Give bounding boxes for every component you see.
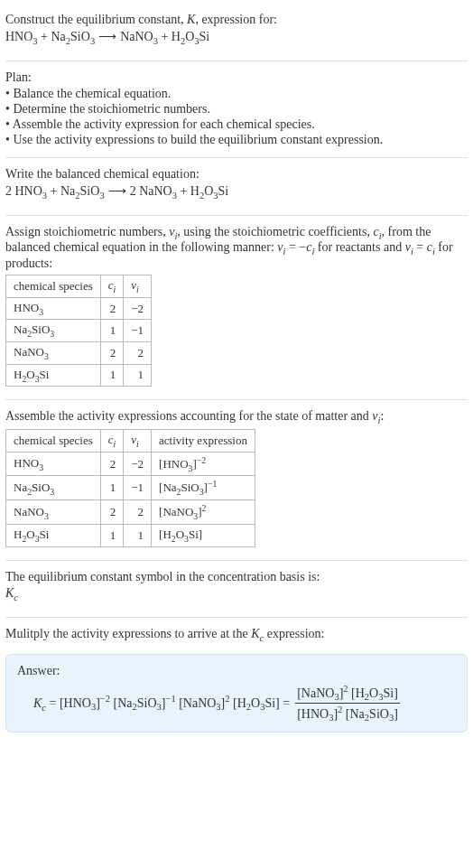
expr-cell: [Na2SiO3]−1 bbox=[152, 476, 255, 500]
vi-cell: 2 bbox=[124, 500, 152, 525]
col-vi: νi bbox=[124, 429, 152, 452]
activity-section: Assemble the activity expressions accoun… bbox=[5, 404, 468, 556]
vi-cell: 1 bbox=[124, 525, 152, 547]
divider bbox=[5, 215, 468, 216]
species-cell: NaNO3 bbox=[6, 341, 101, 364]
vi-cell: 1 bbox=[124, 364, 152, 387]
vi-cell: 2 bbox=[124, 341, 152, 364]
species-cell: Na2SiO3 bbox=[6, 476, 101, 500]
plan-heading: Plan: bbox=[5, 70, 468, 85]
table-header-row: chemical species ci νi bbox=[6, 275, 152, 298]
kc-symbol: Kc bbox=[5, 586, 468, 602]
plan-item: Assemble the activity expression for eac… bbox=[5, 117, 468, 132]
species-cell: HNO3 bbox=[6, 452, 101, 476]
stoich-intro: Assign stoichiometric numbers, νi, using… bbox=[5, 225, 468, 272]
vi-cell: −2 bbox=[124, 297, 152, 320]
plan-item: Determine the stoichiometric numbers. bbox=[5, 102, 468, 117]
table-row: H2O3Si 1 1 [H2O3Si] bbox=[6, 525, 255, 547]
kc-expression: Kc = [HNO3]−2 [Na2SiO3]−1 [NaNO3]2 [H2O3… bbox=[17, 684, 456, 723]
expr-cell: [HNO3]−2 bbox=[152, 452, 255, 476]
ci-cell: 1 bbox=[100, 476, 124, 500]
answer-box: Answer: Kc = [HNO3]−2 [Na2SiO3]−1 [NaNO3… bbox=[5, 654, 468, 733]
ci-cell: 2 bbox=[100, 452, 124, 476]
plan-item: Balance the chemical equation. bbox=[5, 87, 468, 101]
ci-cell: 1 bbox=[100, 525, 124, 547]
divider bbox=[5, 61, 468, 61]
table-row: Na2SiO3 1 −1 [Na2SiO3]−1 bbox=[6, 476, 255, 500]
kc-fraction: [NaNO3]2 [H2O3Si] [HNO3]2 [Na2SiO3] bbox=[295, 684, 400, 723]
kc-lhs: Kc = [HNO3]−2 [Na2SiO3]−1 [NaNO3]2 [H2O3… bbox=[33, 694, 290, 712]
table-row: HNO3 2 −2 [HNO3]−2 bbox=[6, 452, 255, 476]
plan-item: Use the activity expressions to build th… bbox=[5, 133, 468, 147]
answer-label: Answer: bbox=[17, 664, 456, 678]
table-row: H2O3Si 1 1 bbox=[6, 364, 152, 387]
divider bbox=[5, 399, 468, 400]
balanced-equation: 2 HNO3 + Na2SiO3⟶2 NaNO3 + H2O3Si bbox=[5, 183, 468, 201]
col-species: chemical species bbox=[6, 429, 101, 452]
species-cell: H2O3Si bbox=[6, 525, 101, 547]
multiply-section: Mulitply the activity expressions to arr… bbox=[5, 621, 468, 649]
expr-cell: [H2O3Si] bbox=[152, 525, 255, 547]
divider bbox=[5, 617, 468, 618]
divider bbox=[5, 157, 468, 158]
table-row: Na2SiO3 1 −1 bbox=[6, 320, 152, 342]
species-cell: H2O3Si bbox=[6, 364, 101, 387]
kc-symbol-text: The equilibrium constant symbol in the c… bbox=[5, 570, 468, 584]
vi-cell: −2 bbox=[124, 452, 152, 476]
expr-cell: [NaNO3]2 bbox=[152, 500, 255, 525]
species-cell: Na2SiO3 bbox=[6, 320, 101, 342]
vi-cell: −1 bbox=[124, 476, 152, 500]
table-header-row: chemical species ci νi activity expressi… bbox=[6, 429, 255, 452]
fraction-bar bbox=[295, 703, 400, 704]
problem-prompt: Construct the equilibrium constant, K, e… bbox=[5, 7, 468, 57]
kc-frac-numerator: [NaNO3]2 [H2O3Si] bbox=[295, 684, 400, 702]
activity-table: chemical species ci νi activity expressi… bbox=[5, 429, 255, 547]
ci-cell: 1 bbox=[100, 364, 124, 387]
ci-cell: 2 bbox=[100, 500, 124, 525]
stoich-table: chemical species ci νi HNO3 2 −2 Na2SiO3… bbox=[5, 275, 152, 387]
vi-cell: −1 bbox=[124, 320, 152, 342]
species-cell: NaNO3 bbox=[6, 500, 101, 525]
prompt-text: Construct the equilibrium constant, K, e… bbox=[5, 13, 468, 27]
ci-cell: 2 bbox=[100, 341, 124, 364]
col-ci: ci bbox=[100, 429, 124, 452]
unbalanced-equation: HNO3 + Na2SiO3⟶NaNO3 + H2O3Si bbox=[5, 29, 468, 46]
table-row: HNO3 2 −2 bbox=[6, 297, 152, 320]
species-cell: HNO3 bbox=[6, 297, 101, 320]
stoich-section: Assign stoichiometric numbers, νi, using… bbox=[5, 219, 468, 397]
col-ci: ci bbox=[100, 275, 124, 298]
ci-cell: 1 bbox=[100, 320, 124, 342]
balanced-section: Write the balanced chemical equation: 2 … bbox=[5, 162, 468, 211]
balanced-heading: Write the balanced chemical equation: bbox=[5, 167, 468, 182]
col-expr: activity expression bbox=[152, 429, 255, 452]
kc-symbol-section: The equilibrium constant symbol in the c… bbox=[5, 565, 468, 613]
col-vi: νi bbox=[124, 275, 152, 298]
table-row: NaNO3 2 2 bbox=[6, 341, 152, 364]
multiply-text: Mulitply the activity expressions to arr… bbox=[5, 627, 468, 643]
table-row: NaNO3 2 2 [NaNO3]2 bbox=[6, 500, 255, 525]
col-species: chemical species bbox=[6, 275, 101, 298]
divider bbox=[5, 560, 468, 561]
ci-cell: 2 bbox=[100, 297, 124, 320]
activity-intro: Assemble the activity expressions accoun… bbox=[5, 409, 468, 425]
kc-frac-denominator: [HNO3]2 [Na2SiO3] bbox=[295, 705, 400, 723]
plan-section: Plan: Balance the chemical equation. Det… bbox=[5, 65, 468, 154]
